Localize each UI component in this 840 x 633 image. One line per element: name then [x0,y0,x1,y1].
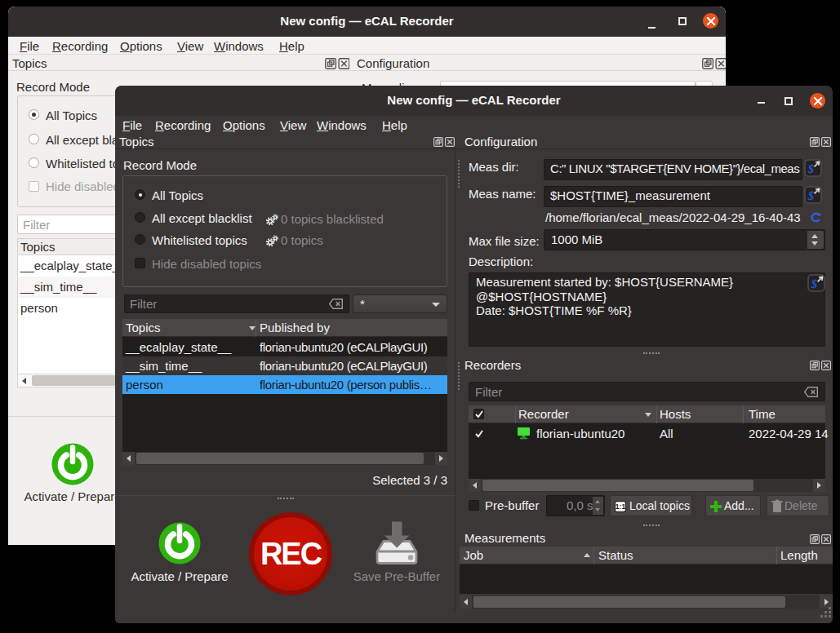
svg-text:1:1: 1:1 [616,502,626,511]
